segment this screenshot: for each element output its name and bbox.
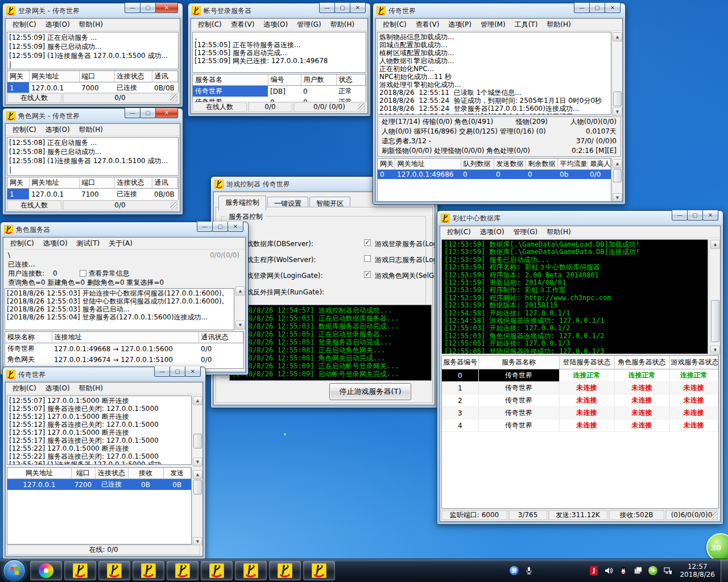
log-scrollbar[interactable]: ▲ ▼ — [192, 396, 202, 467]
menu-options[interactable]: 选项(P) — [444, 19, 476, 31]
close-button[interactable]: ✕ — [605, 3, 621, 13]
window-stack-tray-icon[interactable] — [633, 566, 643, 576]
col-conn-address[interactable]: 连接地址 — [52, 332, 198, 343]
col-sent[interactable]: 发送 — [163, 468, 191, 479]
menu-options[interactable]: 选项(O) — [41, 124, 75, 136]
server-row[interactable]: 传奇世界 [DB] 0 正常 — [193, 86, 366, 97]
gateway-row[interactable]: 127.0.0.1 7200 已连接 0B 0B — [7, 479, 191, 490]
resize-grip[interactable] — [710, 512, 718, 519]
start-button[interactable] — [3, 559, 26, 582]
scroll-up-icon[interactable]: ▲ — [193, 396, 202, 405]
module-row[interactable]: 传奇世界 127.0.0.1:49668 → 127.0.0.1:5600 0/… — [5, 343, 243, 355]
col-address[interactable]: 网关地址 — [29, 177, 79, 189]
server-row[interactable]: 1 传奇世界 未连接 未连接 未连接 — [442, 382, 718, 394]
taskbar-button-app-1[interactable] — [64, 561, 96, 580]
col-status[interactable]: 状态 — [336, 74, 366, 86]
logserver-checkbox[interactable] — [364, 255, 371, 262]
menu-help[interactable]: 帮助(H) — [542, 226, 575, 238]
reader-tray-icon[interactable]: J — [589, 566, 599, 576]
col-traffic[interactable]: 通讯 — [152, 71, 178, 82]
safety-plus-tray-icon[interactable]: + — [648, 566, 658, 576]
microphone-tray-icon[interactable] — [524, 566, 534, 576]
col-max-users[interactable]: 最高人数 — [588, 159, 611, 170]
menu-options[interactable]: 选项(O) — [41, 383, 75, 394]
console-scrollbar[interactable]: ▲ ▼ — [710, 240, 720, 355]
scroll-thumb[interactable] — [613, 92, 622, 106]
titlebar[interactable]: 传奇世界 — ▢ ✕ — [373, 3, 625, 18]
col-port[interactable]: 端口 — [79, 71, 114, 82]
col-gateway[interactable]: 网关 — [378, 159, 395, 170]
col-state[interactable]: 连接状态 — [114, 71, 152, 82]
col-sent[interactable]: 发送数据 — [494, 159, 526, 170]
titlebar[interactable]: 传奇世界 — ▢ ✕ — [3, 367, 205, 382]
server-row[interactable]: 0 传奇世界 连接正常 连接正常 连接正常 — [442, 369, 718, 382]
stop-game-server-button[interactable]: 停止游戏服务器(T) — [329, 383, 411, 400]
scroll-up-icon[interactable]: ▲ — [710, 240, 720, 249]
menu-view[interactable]: 查看(V) — [226, 19, 259, 31]
col-port[interactable]: 端口 — [79, 177, 114, 189]
scroll-thumb[interactable] — [193, 434, 202, 448]
col-comm-state[interactable]: 通讯状态 — [198, 332, 243, 343]
taskbar-button-app-7[interactable] — [269, 561, 301, 580]
gateway-row[interactable]: 0 127.0.0.1:49686 0 0 0 0b 0/0 — [378, 170, 611, 180]
col-state[interactable]: 连接状态 — [95, 468, 128, 479]
tab-server-control[interactable]: 服务端控制 — [218, 196, 266, 210]
menu-manage[interactable]: 管理(G) — [292, 19, 326, 31]
module-row[interactable]: 角色网关 127.0.0.1:49674 → 127.0.0.1:5100 0/… — [5, 354, 243, 365]
col-role-state[interactable]: 角色服务器状态 — [614, 356, 669, 369]
view-errors-checkbox[interactable] — [80, 270, 86, 277]
menu-help[interactable]: 帮助(H) — [542, 19, 575, 31]
taskbar-button-app-8[interactable] — [303, 561, 335, 580]
taskbar-button-app-3[interactable] — [133, 561, 164, 580]
menu-about[interactable]: 关于(A) — [104, 238, 137, 250]
scroll-thumb[interactable] — [193, 480, 202, 494]
show-desktop-button[interactable] — [721, 559, 728, 582]
titlebar[interactable]: 彩虹中心数据库 — ▢ ✕ — [437, 211, 723, 226]
scroll-down-icon[interactable]: ▼ — [193, 458, 202, 467]
col-address[interactable]: 网关地址 — [395, 159, 461, 170]
maximize-button[interactable]: ▢ — [140, 108, 156, 118]
maximize-button[interactable]: ▢ — [212, 222, 228, 232]
table-scrollbar[interactable]: ▲ ▼ — [192, 470, 202, 546]
close-button[interactable]: ✕ — [155, 108, 178, 118]
minimize-button[interactable]: — — [125, 108, 140, 118]
menu-control[interactable]: 控制(C) — [8, 19, 41, 31]
maximize-button[interactable]: ▢ — [334, 3, 350, 13]
menu-help[interactable]: 帮助(H) — [75, 383, 107, 394]
col-address[interactable]: 网关地址 — [29, 71, 79, 82]
titlebar[interactable]: 角色服务器 — ▢ ✕ — [1, 222, 248, 237]
close-button[interactable]: ✕ — [155, 3, 178, 13]
col-gateway[interactable]: 网关 — [7, 71, 29, 82]
maximize-button[interactable]: ▢ — [589, 3, 605, 13]
scroll-down-icon[interactable]: ▼ — [710, 346, 720, 355]
col-server-name[interactable]: 服务器名 — [193, 74, 268, 86]
scroll-up-icon[interactable]: ▲ — [613, 32, 622, 41]
scroll-down-icon[interactable]: ▼ — [613, 107, 622, 117]
col-server-name[interactable]: 服务器名称 — [478, 356, 559, 369]
gateway-row[interactable]: 1 127.0.0.1 7000 已连接 0B/0B — [7, 82, 178, 94]
menu-help[interactable]: 帮助(H) — [75, 19, 107, 31]
col-remaining[interactable]: 剩余数据 — [526, 159, 557, 170]
close-button[interactable]: ✕ — [185, 367, 201, 377]
taskbar-button-app-2[interactable] — [98, 561, 130, 580]
menu-control[interactable]: 控制(C) — [8, 124, 41, 136]
server-row[interactable]: 3 传奇世界 未连接 未连接 未连接 — [442, 407, 718, 419]
log-scrollbar[interactable]: ▲ ▼ — [235, 286, 245, 330]
menu-control[interactable]: 控制(C) — [193, 19, 226, 31]
minimize-button[interactable]: — — [197, 222, 213, 232]
close-button[interactable]: ✕ — [702, 210, 718, 221]
scroll-thumb[interactable] — [711, 300, 719, 342]
maximize-button[interactable]: ▢ — [169, 367, 185, 377]
col-login-state[interactable]: 登陆服务器状态 — [559, 356, 614, 369]
minimize-button[interactable]: — — [154, 367, 170, 377]
col-avg-flow[interactable]: 平均流量 — [557, 159, 588, 170]
menu-help[interactable]: 帮助(H) — [326, 19, 359, 31]
volume-tray-icon[interactable] — [603, 566, 614, 576]
scroll-up-icon[interactable]: ▲ — [613, 159, 622, 168]
titlebar[interactable]: 登录网关 - 传奇世界 — ▢ ✕ — [3, 3, 183, 18]
col-traffic[interactable]: 通讯 — [152, 177, 178, 189]
resize-grip[interactable] — [170, 94, 177, 102]
scroll-up-icon[interactable]: ▲ — [193, 470, 202, 479]
col-queue[interactable]: 队列数据 — [461, 159, 494, 170]
selgate-checkbox[interactable] — [364, 271, 371, 278]
